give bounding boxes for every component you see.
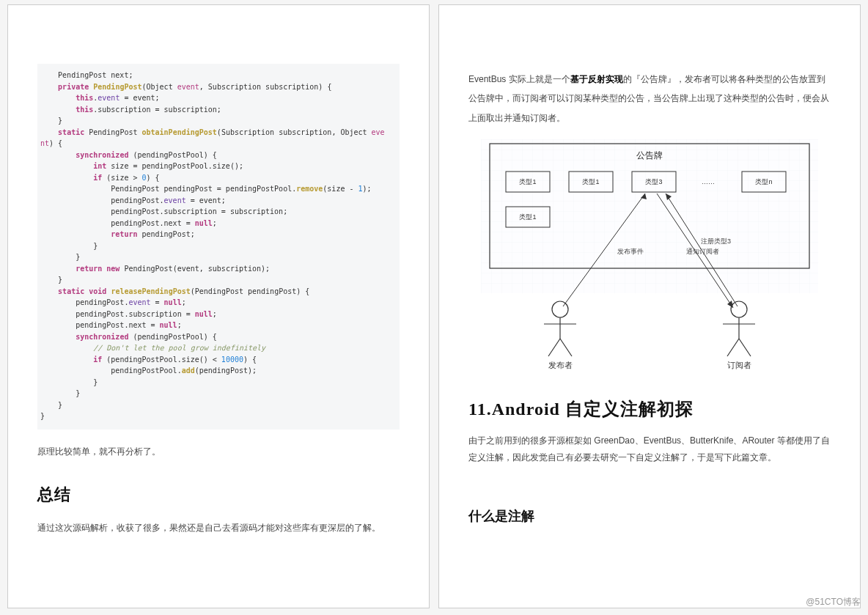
svg-line-23 [739, 339, 751, 356]
label-publish: 发布事件 [617, 248, 644, 255]
box-4: 类型1 [519, 213, 536, 221]
document-spread: PendingPost next; private PendingPost(Ob… [7, 4, 861, 608]
box-ellipsis: …… [702, 178, 715, 185]
eventbus-intro: EventBus 实际上就是一个基于反射实现的『公告牌』，发布者可以将各种类型的… [468, 70, 831, 128]
summary-body: 通过这次源码解析，收获了很多，果然还是自己去看源码才能对这些库有更深层的了解。 [37, 519, 400, 537]
code-block: PendingPost next; private PendingPost(Ob… [37, 64, 400, 430]
svg-point-19 [731, 301, 747, 317]
annotation-intro: 由于之前用到的很多开源框架如 GreenDao、EventBus、ButterK… [468, 432, 831, 466]
what-is-annotation-heading: 什么是注解 [468, 507, 831, 525]
svg-line-18 [560, 339, 572, 356]
actor-right: 订阅者 [727, 361, 751, 369]
summary-heading: 总结 [37, 484, 400, 506]
right-page: EventBus 实际上就是一个基于反射实现的『公告牌』，发布者可以将各种类型的… [438, 4, 861, 608]
android-annotation-heading: 11.Android 自定义注解初探 [468, 397, 831, 421]
label-register: 注册类型3 [701, 237, 731, 245]
intro-pre: EventBus 实际上就是一个 [468, 74, 570, 84]
box-1: 类型1 [582, 178, 599, 185]
label-notify: 通知订阅者 [686, 248, 719, 255]
watermark: @51CTO博客 [806, 596, 861, 608]
box-3: 类型n [755, 178, 772, 185]
box-2: 类型3 [645, 178, 662, 185]
svg-point-14 [552, 301, 568, 317]
left-page: PendingPost next; private PendingPost(Ob… [7, 4, 430, 608]
box-0: 类型1 [519, 178, 536, 185]
svg-line-17 [548, 339, 560, 356]
board-title: 公告牌 [636, 150, 663, 161]
bulletin-board-diagram: 公告牌 类型1 类型1 类型3 …… 类型n 类型1 [481, 139, 818, 371]
svg-line-22 [727, 339, 739, 356]
intro-bold: 基于反射实现 [570, 74, 623, 84]
after-code-text: 原理比较简单，就不再分析了。 [37, 443, 400, 460]
actor-left: 发布者 [548, 361, 573, 369]
